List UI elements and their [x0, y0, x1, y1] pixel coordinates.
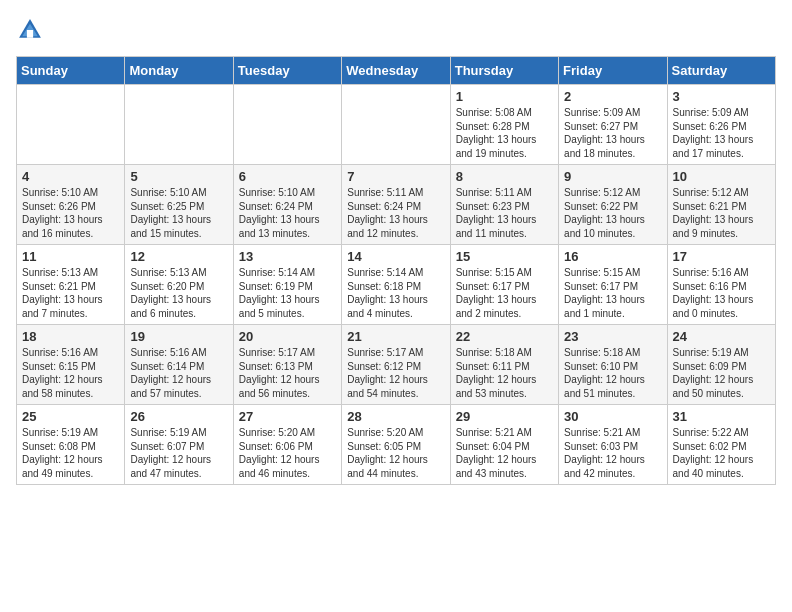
calendar-cell: 24Sunrise: 5:19 AM Sunset: 6:09 PM Dayli… — [667, 325, 775, 405]
day-number: 18 — [22, 329, 119, 344]
calendar-cell: 19Sunrise: 5:16 AM Sunset: 6:14 PM Dayli… — [125, 325, 233, 405]
page-header — [16, 16, 776, 44]
day-number: 15 — [456, 249, 553, 264]
day-number: 13 — [239, 249, 336, 264]
day-info: Sunrise: 5:17 AM Sunset: 6:13 PM Dayligh… — [239, 346, 336, 400]
day-number: 24 — [673, 329, 770, 344]
calendar-cell: 20Sunrise: 5:17 AM Sunset: 6:13 PM Dayli… — [233, 325, 341, 405]
day-number: 19 — [130, 329, 227, 344]
day-number: 12 — [130, 249, 227, 264]
day-info: Sunrise: 5:14 AM Sunset: 6:18 PM Dayligh… — [347, 266, 444, 320]
calendar-cell: 27Sunrise: 5:20 AM Sunset: 6:06 PM Dayli… — [233, 405, 341, 485]
day-info: Sunrise: 5:21 AM Sunset: 6:04 PM Dayligh… — [456, 426, 553, 480]
calendar-week-row: 18Sunrise: 5:16 AM Sunset: 6:15 PM Dayli… — [17, 325, 776, 405]
day-number: 29 — [456, 409, 553, 424]
calendar-cell: 26Sunrise: 5:19 AM Sunset: 6:07 PM Dayli… — [125, 405, 233, 485]
calendar-cell: 16Sunrise: 5:15 AM Sunset: 6:17 PM Dayli… — [559, 245, 667, 325]
day-info: Sunrise: 5:21 AM Sunset: 6:03 PM Dayligh… — [564, 426, 661, 480]
day-info: Sunrise: 5:11 AM Sunset: 6:24 PM Dayligh… — [347, 186, 444, 240]
day-info: Sunrise: 5:16 AM Sunset: 6:14 PM Dayligh… — [130, 346, 227, 400]
calendar-cell: 12Sunrise: 5:13 AM Sunset: 6:20 PM Dayli… — [125, 245, 233, 325]
weekday-header-friday: Friday — [559, 57, 667, 85]
calendar-cell: 14Sunrise: 5:14 AM Sunset: 6:18 PM Dayli… — [342, 245, 450, 325]
weekday-header-sunday: Sunday — [17, 57, 125, 85]
day-info: Sunrise: 5:11 AM Sunset: 6:23 PM Dayligh… — [456, 186, 553, 240]
calendar-week-row: 1Sunrise: 5:08 AM Sunset: 6:28 PM Daylig… — [17, 85, 776, 165]
weekday-header-monday: Monday — [125, 57, 233, 85]
day-number: 17 — [673, 249, 770, 264]
calendar-cell: 13Sunrise: 5:14 AM Sunset: 6:19 PM Dayli… — [233, 245, 341, 325]
day-number: 7 — [347, 169, 444, 184]
day-number: 3 — [673, 89, 770, 104]
day-info: Sunrise: 5:16 AM Sunset: 6:16 PM Dayligh… — [673, 266, 770, 320]
day-number: 30 — [564, 409, 661, 424]
calendar-cell — [233, 85, 341, 165]
calendar-cell: 23Sunrise: 5:18 AM Sunset: 6:10 PM Dayli… — [559, 325, 667, 405]
calendar-cell: 31Sunrise: 5:22 AM Sunset: 6:02 PM Dayli… — [667, 405, 775, 485]
day-number: 26 — [130, 409, 227, 424]
day-info: Sunrise: 5:20 AM Sunset: 6:06 PM Dayligh… — [239, 426, 336, 480]
calendar-cell — [342, 85, 450, 165]
day-info: Sunrise: 5:13 AM Sunset: 6:20 PM Dayligh… — [130, 266, 227, 320]
day-info: Sunrise: 5:18 AM Sunset: 6:10 PM Dayligh… — [564, 346, 661, 400]
day-info: Sunrise: 5:09 AM Sunset: 6:27 PM Dayligh… — [564, 106, 661, 160]
day-number: 20 — [239, 329, 336, 344]
day-number: 22 — [456, 329, 553, 344]
day-info: Sunrise: 5:15 AM Sunset: 6:17 PM Dayligh… — [564, 266, 661, 320]
calendar-cell: 30Sunrise: 5:21 AM Sunset: 6:03 PM Dayli… — [559, 405, 667, 485]
day-number: 2 — [564, 89, 661, 104]
calendar-cell — [125, 85, 233, 165]
day-number: 9 — [564, 169, 661, 184]
day-info: Sunrise: 5:17 AM Sunset: 6:12 PM Dayligh… — [347, 346, 444, 400]
day-number: 6 — [239, 169, 336, 184]
weekday-header-saturday: Saturday — [667, 57, 775, 85]
day-info: Sunrise: 5:20 AM Sunset: 6:05 PM Dayligh… — [347, 426, 444, 480]
calendar-cell: 4Sunrise: 5:10 AM Sunset: 6:26 PM Daylig… — [17, 165, 125, 245]
day-number: 5 — [130, 169, 227, 184]
calendar-cell: 29Sunrise: 5:21 AM Sunset: 6:04 PM Dayli… — [450, 405, 558, 485]
calendar-cell: 10Sunrise: 5:12 AM Sunset: 6:21 PM Dayli… — [667, 165, 775, 245]
logo-icon — [16, 16, 44, 44]
calendar-week-row: 25Sunrise: 5:19 AM Sunset: 6:08 PM Dayli… — [17, 405, 776, 485]
day-number: 16 — [564, 249, 661, 264]
day-info: Sunrise: 5:15 AM Sunset: 6:17 PM Dayligh… — [456, 266, 553, 320]
day-number: 27 — [239, 409, 336, 424]
calendar-cell — [17, 85, 125, 165]
logo — [16, 16, 48, 44]
calendar-cell: 18Sunrise: 5:16 AM Sunset: 6:15 PM Dayli… — [17, 325, 125, 405]
calendar-cell: 8Sunrise: 5:11 AM Sunset: 6:23 PM Daylig… — [450, 165, 558, 245]
weekday-header-tuesday: Tuesday — [233, 57, 341, 85]
svg-rect-2 — [27, 30, 33, 38]
calendar-week-row: 4Sunrise: 5:10 AM Sunset: 6:26 PM Daylig… — [17, 165, 776, 245]
calendar-table: SundayMondayTuesdayWednesdayThursdayFrid… — [16, 56, 776, 485]
day-number: 8 — [456, 169, 553, 184]
day-info: Sunrise: 5:10 AM Sunset: 6:25 PM Dayligh… — [130, 186, 227, 240]
calendar-header-row: SundayMondayTuesdayWednesdayThursdayFrid… — [17, 57, 776, 85]
calendar-cell: 21Sunrise: 5:17 AM Sunset: 6:12 PM Dayli… — [342, 325, 450, 405]
calendar-cell: 17Sunrise: 5:16 AM Sunset: 6:16 PM Dayli… — [667, 245, 775, 325]
day-info: Sunrise: 5:12 AM Sunset: 6:21 PM Dayligh… — [673, 186, 770, 240]
day-info: Sunrise: 5:19 AM Sunset: 6:09 PM Dayligh… — [673, 346, 770, 400]
day-number: 28 — [347, 409, 444, 424]
day-info: Sunrise: 5:16 AM Sunset: 6:15 PM Dayligh… — [22, 346, 119, 400]
calendar-cell: 22Sunrise: 5:18 AM Sunset: 6:11 PM Dayli… — [450, 325, 558, 405]
calendar-cell: 15Sunrise: 5:15 AM Sunset: 6:17 PM Dayli… — [450, 245, 558, 325]
day-number: 1 — [456, 89, 553, 104]
day-number: 14 — [347, 249, 444, 264]
day-info: Sunrise: 5:12 AM Sunset: 6:22 PM Dayligh… — [564, 186, 661, 240]
calendar-cell: 25Sunrise: 5:19 AM Sunset: 6:08 PM Dayli… — [17, 405, 125, 485]
day-number: 21 — [347, 329, 444, 344]
day-number: 25 — [22, 409, 119, 424]
calendar-cell: 11Sunrise: 5:13 AM Sunset: 6:21 PM Dayli… — [17, 245, 125, 325]
day-info: Sunrise: 5:22 AM Sunset: 6:02 PM Dayligh… — [673, 426, 770, 480]
day-info: Sunrise: 5:19 AM Sunset: 6:08 PM Dayligh… — [22, 426, 119, 480]
day-number: 11 — [22, 249, 119, 264]
day-info: Sunrise: 5:09 AM Sunset: 6:26 PM Dayligh… — [673, 106, 770, 160]
day-info: Sunrise: 5:13 AM Sunset: 6:21 PM Dayligh… — [22, 266, 119, 320]
day-info: Sunrise: 5:19 AM Sunset: 6:07 PM Dayligh… — [130, 426, 227, 480]
calendar-cell: 9Sunrise: 5:12 AM Sunset: 6:22 PM Daylig… — [559, 165, 667, 245]
calendar-cell: 3Sunrise: 5:09 AM Sunset: 6:26 PM Daylig… — [667, 85, 775, 165]
calendar-cell: 6Sunrise: 5:10 AM Sunset: 6:24 PM Daylig… — [233, 165, 341, 245]
day-info: Sunrise: 5:08 AM Sunset: 6:28 PM Dayligh… — [456, 106, 553, 160]
calendar-cell: 2Sunrise: 5:09 AM Sunset: 6:27 PM Daylig… — [559, 85, 667, 165]
